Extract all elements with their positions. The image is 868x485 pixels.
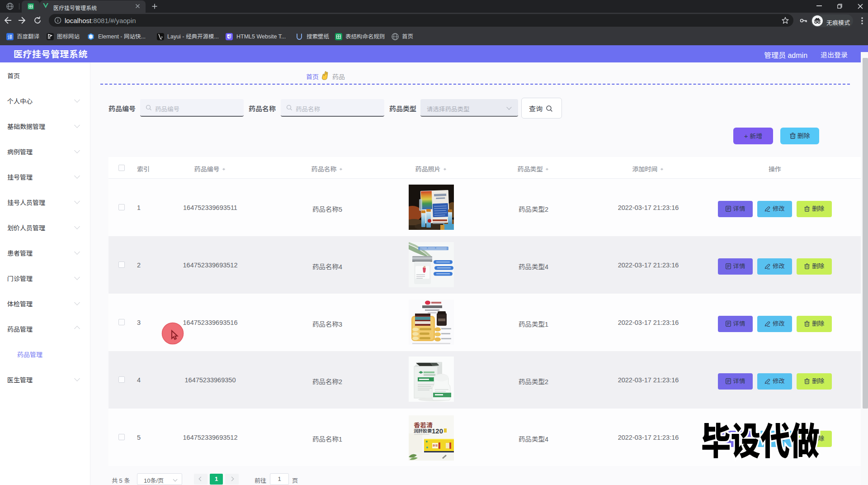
svg-text:毕设代做: 毕设代做 <box>701 418 820 466</box>
svg-text:香若: 香若 <box>433 443 438 447</box>
svg-text:润肝胶囊: 润肝胶囊 <box>414 427 432 434</box>
svg-text:120: 120 <box>432 427 443 435</box>
